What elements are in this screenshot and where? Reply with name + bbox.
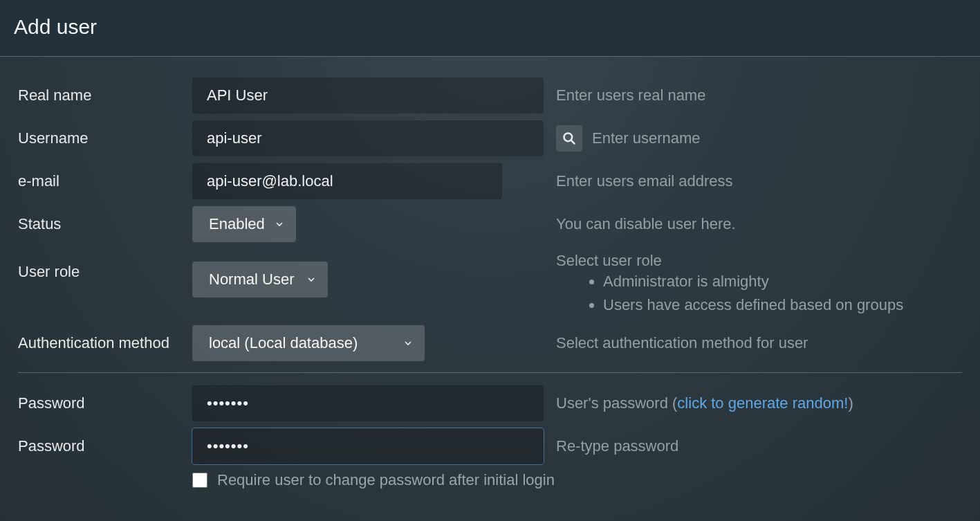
search-icon[interactable] [556, 125, 582, 152]
chevron-down-icon [403, 338, 414, 349]
real-name-input[interactable] [192, 77, 544, 113]
row-auth-method: Authentication method local (Local datab… [18, 325, 962, 361]
help-user-role-list: Administrator is almighty Users have acc… [556, 270, 962, 317]
add-user-form: Real name Enter users real name Username… [0, 57, 980, 489]
chevron-down-icon [274, 219, 285, 230]
help-username-text: Enter username [592, 129, 701, 147]
label-password-confirm: Password [18, 437, 192, 455]
chevron-down-icon [306, 274, 317, 285]
row-status: Status Enabled You can disable user here… [18, 206, 962, 242]
username-input[interactable] [192, 120, 544, 156]
section-divider [18, 372, 962, 373]
help-user-role: Select user role Administrator is almigh… [544, 252, 962, 317]
help-auth-method: Select authentication method for user [544, 334, 962, 352]
help-password: User's password (click to generate rando… [544, 394, 962, 412]
require-change-checkbox[interactable] [192, 473, 207, 488]
auth-method-select-value: local (Local database) [209, 334, 358, 352]
help-password-prefix: User's password ( [556, 394, 677, 412]
label-password: Password [18, 394, 192, 412]
row-email: e-mail Enter users email address [18, 163, 962, 199]
row-real-name: Real name Enter users real name [18, 77, 962, 113]
help-user-role-item: Administrator is almighty [603, 270, 962, 293]
help-user-role-item: Users have access defined based on group… [603, 293, 962, 317]
label-user-role: User role [18, 252, 192, 281]
help-password-confirm: Re-type password [544, 437, 962, 455]
password-input[interactable] [192, 385, 544, 421]
help-real-name: Enter users real name [544, 86, 962, 104]
label-real-name: Real name [18, 86, 192, 104]
require-change-label: Require user to change password after in… [217, 471, 555, 489]
status-select-value: Enabled [209, 215, 265, 233]
auth-method-select[interactable]: local (Local database) [192, 325, 425, 361]
page-header: Add user [0, 0, 980, 57]
user-role-select-value: Normal User [209, 271, 294, 289]
svg-line-1 [571, 140, 575, 144]
row-password-confirm: Password Re-type password [18, 428, 962, 464]
row-username: Username Enter username [18, 120, 962, 156]
password-confirm-input[interactable] [192, 428, 544, 464]
generate-random-link[interactable]: click to generate random! [677, 394, 848, 412]
page-title: Add user [14, 15, 97, 39]
help-username: Enter username [544, 125, 962, 152]
help-user-role-intro: Select user role [556, 252, 962, 270]
row-user-role: User role Normal User Select user role A… [18, 249, 962, 318]
row-require-change: Require user to change password after in… [18, 471, 962, 489]
row-password: Password User's password (click to gener… [18, 385, 962, 421]
label-auth-method: Authentication method [18, 334, 192, 352]
label-username: Username [18, 129, 192, 147]
help-password-suffix: ) [848, 394, 853, 412]
label-status: Status [18, 215, 192, 233]
help-status: You can disable user here. [544, 215, 962, 233]
email-input[interactable] [192, 163, 502, 199]
label-email: e-mail [18, 172, 192, 190]
help-email: Enter users email address [502, 172, 962, 190]
user-role-select[interactable]: Normal User [192, 262, 328, 298]
status-select[interactable]: Enabled [192, 206, 296, 242]
